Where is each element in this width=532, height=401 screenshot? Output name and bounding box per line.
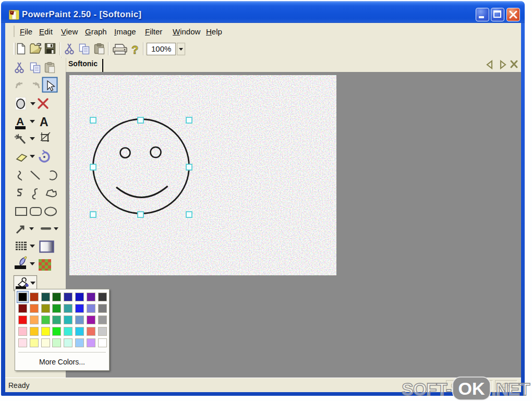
svg-text:100%: 100% <box>151 44 171 53</box>
svg-text:SOFT-: SOFT- <box>402 379 451 399</box>
svg-text:A: A <box>40 115 49 129</box>
svg-text:?: ? <box>131 43 138 56</box>
svg-text:.NET: .NET <box>491 379 530 399</box>
svg-text:A: A <box>16 115 24 127</box>
svg-text:OK: OK <box>458 379 485 398</box>
